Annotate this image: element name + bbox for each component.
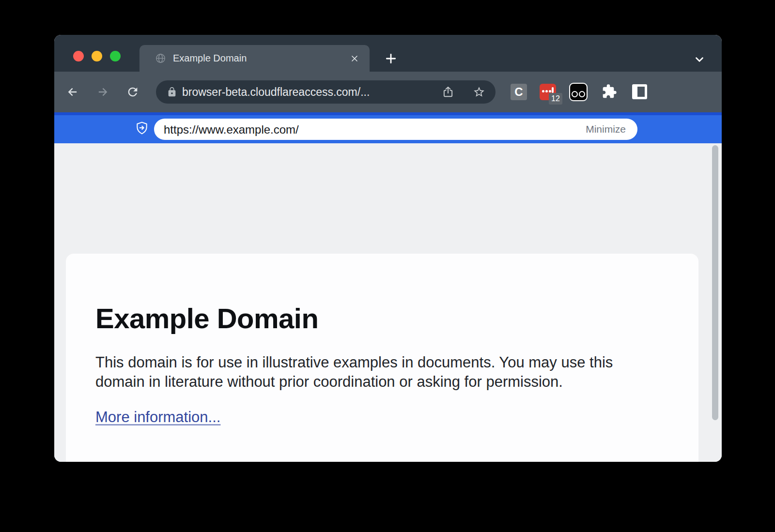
- share-icon[interactable]: [442, 86, 454, 98]
- back-icon[interactable]: [66, 85, 79, 99]
- browser-toolbar: browser-beta.cloudflareaccess.com/... C …: [54, 72, 722, 112]
- close-tab-icon[interactable]: [350, 54, 359, 63]
- remote-url-text: https://www.example.com/: [164, 123, 299, 137]
- shield-arrow-icon: [136, 122, 148, 135]
- browser-window: Example Domain browser-beta.cloudflareac: [54, 35, 722, 462]
- body-line-2: domain in literature without prior coord…: [95, 372, 613, 392]
- example-domain-card: Example Domain This domain is for use in…: [66, 254, 698, 462]
- page-viewport: Example Domain This domain is for use in…: [54, 143, 722, 462]
- page-title: Example Domain: [95, 302, 318, 334]
- minimize-window-button[interactable]: [92, 51, 102, 61]
- body-line-1: This domain is for use in illustrative e…: [95, 353, 613, 372]
- address-bar[interactable]: browser-beta.cloudflareaccess.com/...: [156, 80, 496, 104]
- address-bar-url: browser-beta.cloudflareaccess.com/...: [182, 86, 370, 99]
- remote-browser-bar: https://www.example.com/ Minimize: [54, 112, 722, 143]
- extension-badge-count: 12: [549, 93, 562, 105]
- globe-icon: [155, 53, 166, 64]
- more-information-link[interactable]: More information...: [95, 409, 220, 426]
- extensions-puzzle-icon[interactable]: [602, 84, 617, 99]
- extension-circles-icon[interactable]: [569, 83, 588, 101]
- vertical-scrollbar[interactable]: [712, 145, 718, 420]
- lock-icon: [167, 87, 177, 97]
- tab-strip: Example Domain: [54, 35, 722, 72]
- chevron-down-icon[interactable]: [693, 53, 706, 66]
- side-panel-icon[interactable]: [632, 84, 647, 99]
- extension-c-icon[interactable]: C: [511, 84, 527, 100]
- reload-icon[interactable]: [126, 85, 140, 99]
- close-window-button[interactable]: [73, 51, 84, 61]
- tab-title: Example Domain: [173, 53, 247, 64]
- fullscreen-window-button[interactable]: [110, 51, 121, 61]
- forward-icon[interactable]: [96, 85, 109, 99]
- bookmark-star-icon[interactable]: [473, 86, 485, 98]
- new-tab-button[interactable]: [385, 52, 397, 65]
- remote-url-bar[interactable]: https://www.example.com/ Minimize: [154, 119, 637, 140]
- page-body-text: This domain is for use in illustrative e…: [95, 353, 613, 392]
- minimize-button[interactable]: Minimize: [586, 123, 626, 135]
- tab-example-domain[interactable]: Example Domain: [140, 45, 370, 72]
